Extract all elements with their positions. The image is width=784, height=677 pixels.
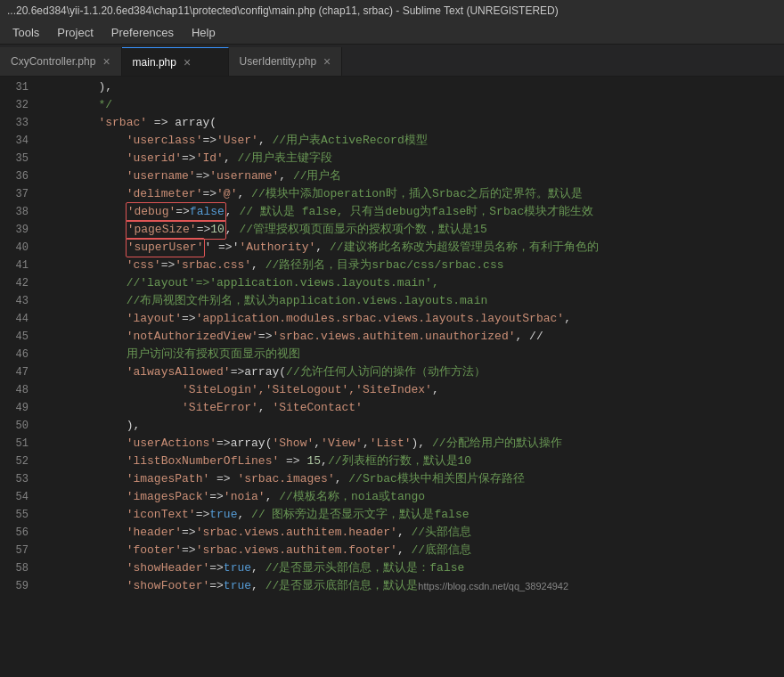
token: ,: [224, 150, 238, 167]
line-number: 47: [7, 363, 29, 381]
token: =>: [182, 542, 196, 559]
menu-preferences[interactable]: Preferences: [102, 24, 183, 41]
code-line: 'layout'=>'application.modules.srbac.vie…: [43, 310, 784, 328]
token: [43, 78, 98, 96]
menu-bar: Tools Project Preferences Help: [0, 21, 784, 45]
token: ,'SiteLogout': [258, 381, 348, 399]
token: 'delimeter': [127, 185, 203, 203]
line-number: 36: [7, 167, 29, 185]
tab-main-close[interactable]: ×: [184, 56, 191, 69]
token: =>: [197, 223, 211, 236]
token: 'userclass': [127, 132, 203, 150]
code-line: ),: [43, 78, 784, 96]
token: =>: [176, 205, 190, 218]
token: ,: [225, 203, 233, 221]
token: 'List': [370, 435, 412, 453]
token: [43, 257, 127, 274]
token: 'srbac.views.authitem.header': [196, 524, 397, 542]
token: array(: [231, 435, 273, 453]
token: =>: [202, 132, 216, 150]
line-number: 38: [7, 203, 29, 221]
token: 'Authority': [239, 239, 315, 257]
tab-useridentity-close[interactable]: ×: [323, 55, 331, 68]
token: =>: [209, 488, 224, 506]
token: ,: [265, 488, 280, 506]
token: 'showFooter': [127, 577, 210, 595]
token: 'username': [209, 167, 279, 185]
token: =>: [182, 150, 196, 167]
token: //路径别名，目录为srbac/css/srbac.css: [265, 257, 504, 274]
token: [43, 185, 127, 203]
token: =>: [216, 435, 231, 453]
tab-useridentity[interactable]: UserIdentity.php ×: [229, 47, 343, 76]
token: [43, 453, 127, 470]
token: //用户表ActiveRecord模型: [272, 132, 427, 150]
token: */: [98, 96, 112, 114]
token: //模块中添加operation时，插入Srbac之后的定界符。默认是: [251, 185, 583, 203]
code-line: 'pageSize'=>10, //管理授权项页面显示的授权项个数，默认是15: [43, 221, 784, 239]
tab-main[interactable]: main.php ×: [122, 47, 229, 76]
token: [43, 239, 127, 257]
menu-tools[interactable]: Tools: [4, 24, 48, 41]
token: =>: [182, 524, 196, 542]
code-line: 'SiteError', 'SiteContact': [43, 399, 784, 417]
token: 'View': [321, 435, 363, 453]
highlight-box: 'superUser': [126, 238, 206, 257]
token: [43, 203, 127, 221]
code-area[interactable]: ), */ 'srbac' => array( 'userclass'=>'Us…: [36, 77, 784, 677]
code-line: 'delimeter'=>'@', //模块中添加operation时，插入Sr…: [43, 185, 784, 203]
token: //分配给用户的默认操作: [432, 435, 562, 453]
token: ,: [258, 132, 273, 150]
code-line: 'debug'=>false, // 默认是 false, 只有当debug为f…: [43, 203, 784, 221]
token: //头部信息: [412, 524, 472, 542]
code-line: 'imagesPack'=>'noia', //模板名称，noia或tango: [43, 488, 784, 506]
token: ,: [564, 310, 571, 328]
token: // 默认是 false, 只有当debug为false时，Srbac模块才能生…: [233, 203, 594, 221]
tab-cxycontroller[interactable]: CxyController.php ×: [0, 47, 122, 76]
line-number: 49: [7, 399, 29, 417]
line-number: 48: [7, 381, 29, 399]
token: ,: [251, 559, 258, 577]
token: 'srbac.views.authitem.unauthorized': [272, 328, 515, 346]
token: ,: [225, 221, 233, 239]
code-line: */: [43, 96, 784, 114]
code-line: //布局视图文件别名，默认为application.views.layouts.…: [43, 292, 784, 310]
token: =>: [196, 506, 210, 524]
token: ,: [251, 257, 265, 274]
code-line: 'imagesPath' => 'srbac.images', //Srbac模…: [43, 470, 784, 488]
token: //底部信息: [412, 542, 472, 559]
token: ,: [321, 453, 328, 470]
token: 'noia': [224, 488, 265, 506]
menu-help[interactable]: Help: [183, 24, 225, 41]
token: [43, 559, 127, 577]
line-number: 54: [7, 488, 29, 506]
menu-project[interactable]: Project: [48, 24, 102, 41]
token: 'pageSize': [127, 223, 197, 236]
token: 'imagesPack': [127, 488, 210, 506]
token: [43, 577, 127, 595]
token: 'srbac.views.authitem.footer': [196, 542, 397, 559]
code-line: 'css'=>'srbac.css', //路径别名，目录为srbac/css/…: [43, 257, 784, 274]
token: //是否显示头部信息，默认是：false: [258, 559, 464, 577]
tab-cxycontroller-close[interactable]: ×: [102, 55, 110, 68]
token: [43, 506, 127, 524]
token: =>: [196, 167, 210, 185]
tab-useridentity-label: UserIdentity.php: [240, 55, 317, 68]
token: 用户访问没有授权页面显示的视图: [127, 346, 300, 363]
token: ,: [335, 470, 349, 488]
code-line: 'showHeader'=>true, //是否显示头部信息，默认是：false: [43, 559, 784, 577]
line-number: 43: [7, 292, 29, 310]
code-line: 'listBoxNumberOfLines' => 15,//列表框的行数，默认…: [43, 453, 784, 470]
token: //Srbac模块中相关图片保存路径: [348, 470, 525, 488]
token: 10: [210, 223, 225, 236]
token: ,'SiteIndex': [348, 381, 432, 399]
line-number: 52: [7, 453, 29, 470]
token: ,: [237, 506, 251, 524]
token: 'showHeader': [127, 559, 210, 577]
token: ' =>': [204, 239, 239, 257]
token: [43, 150, 127, 167]
line-number: 56: [7, 524, 29, 542]
line-numbers: 3132333435363738394041424344454647484950…: [0, 77, 36, 677]
token: =>: [231, 363, 245, 381]
title-bar: ...20.6ed384\yii-1.1.20.6ed384\chap11\pr…: [0, 0, 784, 21]
